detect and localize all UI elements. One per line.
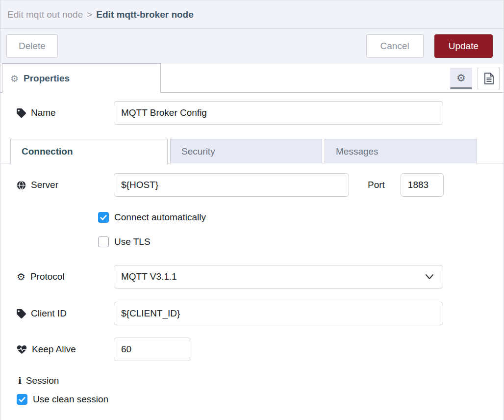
tab-security[interactable]: Security	[170, 139, 322, 163]
keep-alive-label: Keep Alive	[17, 344, 114, 355]
clean-session-label[interactable]: Use clean session	[33, 394, 108, 405]
editor-tab-bar: ⚙ Properties ⚙	[0, 63, 504, 93]
update-button[interactable]: Update	[434, 34, 493, 58]
tab-properties-label: Properties	[24, 73, 70, 84]
protocol-label: ⚙ Protocol	[17, 271, 114, 283]
tab-messages[interactable]: Messages	[325, 139, 477, 163]
tag-icon	[17, 108, 26, 118]
delete-button[interactable]: Delete	[6, 34, 58, 58]
editor-view-buttons: ⚙	[450, 68, 500, 89]
dialog-toolbar: Delete Cancel Update	[0, 29, 504, 63]
server-row: Server Port	[0, 173, 504, 197]
gear-icon: ⚙	[10, 73, 19, 84]
cancel-button[interactable]: Cancel	[366, 34, 424, 58]
edit-properties-button[interactable]: ⚙	[450, 68, 472, 89]
clean-session-checkbox[interactable]	[17, 394, 27, 405]
name-input[interactable]	[114, 101, 443, 125]
port-input[interactable]	[401, 173, 444, 197]
protocol-row: ⚙ Protocol MQTT V3.1.1	[0, 265, 504, 289]
server-input[interactable]	[114, 173, 349, 197]
keep-alive-label-text: Keep Alive	[32, 344, 76, 355]
tab-security-label: Security	[181, 146, 215, 157]
client-id-label: Client ID	[17, 308, 114, 319]
gear-icon: ⚙	[17, 271, 25, 283]
breadcrumb: Edit mqtt out node > Edit mqtt-broker no…	[0, 0, 504, 29]
keep-alive-row: Keep Alive	[0, 338, 504, 361]
name-row: Name	[0, 101, 504, 125]
client-id-row: Client ID	[0, 302, 504, 325]
globe-icon	[17, 181, 26, 190]
tab-connection-label: Connection	[22, 146, 73, 157]
protocol-label-text: Protocol	[30, 271, 65, 282]
document-icon	[483, 72, 495, 85]
port-label: Port	[368, 180, 385, 190]
node-description-button[interactable]	[478, 68, 500, 89]
name-label-text: Name	[31, 107, 56, 118]
info-icon: i	[18, 375, 22, 386]
connect-automatically-checkbox[interactable]	[98, 212, 109, 223]
server-label-text: Server	[31, 180, 58, 190]
connect-automatically-row: Connect automatically	[0, 212, 504, 223]
heartbeat-icon	[17, 345, 27, 354]
use-tls-label[interactable]: Use TLS	[114, 236, 151, 247]
breadcrumb-parent-link[interactable]: Edit mqtt out node	[7, 9, 83, 20]
node-edit-form: Name Connection Security Messages	[0, 101, 504, 405]
protocol-selected-value: MQTT V3.1.1	[121, 271, 177, 282]
connect-automatically-label[interactable]: Connect automatically	[114, 212, 206, 223]
tab-messages-label: Messages	[336, 146, 378, 157]
edit-node-dialog: Edit mqtt out node > Edit mqtt-broker no…	[0, 0, 504, 420]
clean-session-row: Use clean session	[0, 394, 504, 405]
check-icon	[18, 395, 26, 403]
use-tls-checkbox[interactable]	[98, 236, 109, 247]
keep-alive-input[interactable]	[114, 338, 191, 361]
tab-connection[interactable]: Connection	[10, 139, 168, 164]
session-row: i Session	[0, 375, 504, 386]
check-icon	[100, 213, 107, 221]
name-label: Name	[17, 107, 114, 118]
broker-subtabs: Connection Security Messages	[0, 139, 504, 163]
protocol-select[interactable]: MQTT V3.1.1	[114, 265, 443, 289]
server-label: Server	[17, 180, 114, 190]
tab-properties[interactable]: ⚙ Properties	[2, 63, 161, 93]
session-label: Session	[26, 375, 59, 386]
use-tls-row: Use TLS	[0, 236, 504, 247]
client-id-label-text: Client ID	[31, 308, 67, 319]
breadcrumb-separator: >	[87, 9, 92, 20]
chevron-down-icon	[425, 274, 434, 280]
breadcrumb-current: Edit mqtt-broker node	[96, 9, 193, 20]
client-id-input[interactable]	[114, 302, 443, 325]
gear-icon: ⚙	[456, 72, 466, 84]
tag-icon	[17, 309, 26, 318]
